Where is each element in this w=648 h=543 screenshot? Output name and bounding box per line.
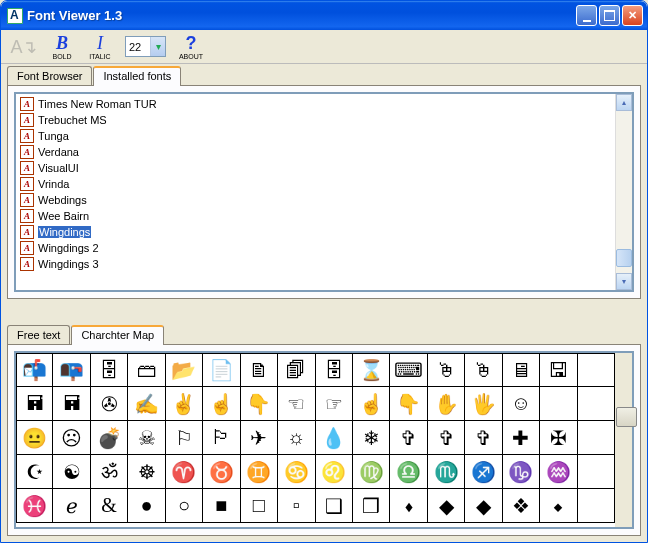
font-row[interactable]: AVerdana [18, 144, 613, 160]
font-row[interactable]: AWebdings [18, 192, 613, 208]
minimize-button[interactable] [576, 5, 597, 26]
char-cell[interactable] [578, 489, 615, 523]
char-cell[interactable]: ☞ [316, 387, 353, 421]
char-cell[interactable]: 🖥 [503, 353, 540, 387]
char-cell[interactable]: 🏳 [203, 421, 240, 455]
char-cell[interactable]: ॐ [91, 455, 128, 489]
char-cell[interactable]: 🗐 [278, 353, 315, 387]
char-cell[interactable]: ♊ [241, 455, 278, 489]
about-button[interactable]: ? ABOUT [174, 31, 208, 63]
char-cell[interactable] [578, 387, 615, 421]
char-cell[interactable]: ℯ [53, 489, 90, 523]
font-row[interactable]: AWingdings [18, 224, 613, 240]
char-cell[interactable] [578, 455, 615, 489]
char-cell[interactable]: ☝ [353, 387, 390, 421]
char-cell[interactable]: 📄 [203, 353, 240, 387]
font-size-combo[interactable] [125, 36, 166, 57]
char-cell[interactable] [578, 421, 615, 455]
font-size-input[interactable] [126, 41, 150, 53]
char-cell[interactable]: ✞ [390, 421, 427, 455]
font-row[interactable]: AWee Bairn [18, 208, 613, 224]
char-cell[interactable]: ☜ [278, 387, 315, 421]
char-cell[interactable]: ⚐ [166, 421, 203, 455]
char-cell[interactable]: ◆ [465, 489, 502, 523]
char-cell[interactable]: ♋ [278, 455, 315, 489]
char-cell[interactable]: ⬥ [540, 489, 577, 523]
char-cell[interactable]: 🗄 [316, 353, 353, 387]
char-cell[interactable]: ❒ [353, 489, 390, 523]
tab-free-text[interactable]: Free text [7, 325, 70, 344]
char-cell[interactable]: ▫ [278, 489, 315, 523]
char-cell[interactable]: 🗎 [241, 353, 278, 387]
char-cell[interactable]: 🖬 [53, 387, 90, 421]
char-cell[interactable]: ❄ [353, 421, 390, 455]
char-cell[interactable]: ♍ [353, 455, 390, 489]
char-cell[interactable]: ♈ [166, 455, 203, 489]
char-cell[interactable]: 🗄 [91, 353, 128, 387]
char-cell[interactable]: 🖫 [540, 353, 577, 387]
tab-installed-fonts[interactable]: Installed fonts [93, 66, 181, 86]
char-cell[interactable]: ♓ [16, 489, 53, 523]
char-cell[interactable]: ✈ [241, 421, 278, 455]
char-cell[interactable]: ◆ [428, 489, 465, 523]
font-row[interactable]: ATimes New Roman TUR [18, 96, 613, 112]
scroll-down-button[interactable]: ▾ [616, 273, 632, 290]
scroll-track[interactable] [616, 111, 632, 273]
char-cell[interactable]: ● [128, 489, 165, 523]
font-size-dropdown[interactable] [150, 37, 165, 56]
char-cell[interactable]: 🖐 [465, 387, 502, 421]
char-cell[interactable]: ☠ [128, 421, 165, 455]
char-cell[interactable]: ♒ [540, 455, 577, 489]
char-cell[interactable]: ■ [203, 489, 240, 523]
char-cell[interactable]: 💧 [316, 421, 353, 455]
char-cell[interactable]: ⬧ [390, 489, 427, 523]
char-cell[interactable]: ❑ [316, 489, 353, 523]
char-cell[interactable]: ☸ [128, 455, 165, 489]
font-row[interactable]: ATrebuchet MS [18, 112, 613, 128]
font-row[interactable]: ATunga [18, 128, 613, 144]
char-cell[interactable]: ☯ [53, 455, 90, 489]
char-cell[interactable]: ✇ [91, 387, 128, 421]
char-cell[interactable]: ☝ [203, 387, 240, 421]
char-cell[interactable]: ✌ [166, 387, 203, 421]
close-button[interactable] [622, 5, 643, 26]
char-cell[interactable]: ✍ [128, 387, 165, 421]
char-cell[interactable]: ○ [166, 489, 203, 523]
char-cell[interactable]: ♏ [428, 455, 465, 489]
font-row[interactable]: AVisualUI [18, 160, 613, 176]
char-cell[interactable]: 💣 [91, 421, 128, 455]
char-cell[interactable]: ☼ [278, 421, 315, 455]
italic-button[interactable]: I ITALIC [83, 31, 117, 63]
maximize-button[interactable] [599, 5, 620, 26]
char-cell[interactable]: ♑ [503, 455, 540, 489]
scroll-up-button[interactable]: ▴ [616, 94, 632, 111]
char-cell[interactable]: ✞ [428, 421, 465, 455]
char-cell[interactable]: ✠ [540, 421, 577, 455]
font-row[interactable]: AVrinda [18, 176, 613, 192]
char-cell[interactable]: □ [241, 489, 278, 523]
char-cell[interactable]: ☹ [53, 421, 90, 455]
char-cell[interactable]: ⌛ [353, 353, 390, 387]
char-cell[interactable]: ☪ [16, 455, 53, 489]
char-cell[interactable]: ⌨ [390, 353, 427, 387]
font-list-scrollbar[interactable]: ▴ ▾ [615, 94, 632, 290]
char-cell[interactable]: 👇 [241, 387, 278, 421]
tab-font-browser[interactable]: Font Browser [7, 66, 92, 85]
char-cell[interactable] [540, 387, 577, 421]
charmap-scrollbar[interactable] [615, 353, 632, 527]
char-cell[interactable]: ♉ [203, 455, 240, 489]
char-cell[interactable]: 🖬 [16, 387, 53, 421]
char-cell[interactable]: 🖰 [428, 353, 465, 387]
char-cell[interactable]: 👇 [390, 387, 427, 421]
char-cell[interactable]: ♌ [316, 455, 353, 489]
char-cell[interactable]: 🗃 [128, 353, 165, 387]
scroll-thumb[interactable] [616, 249, 632, 267]
char-cell[interactable]: ✋ [428, 387, 465, 421]
font-list[interactable]: ATimes New Roman TURATrebuchet MSATungaA… [16, 94, 615, 290]
char-cell[interactable]: 🖰 [465, 353, 502, 387]
font-row[interactable]: AWingdings 2 [18, 240, 613, 256]
char-cell[interactable]: ✚ [503, 421, 540, 455]
char-cell[interactable]: ✞ [465, 421, 502, 455]
char-cell[interactable]: 📬 [16, 353, 53, 387]
char-cell[interactable]: 😐 [16, 421, 53, 455]
